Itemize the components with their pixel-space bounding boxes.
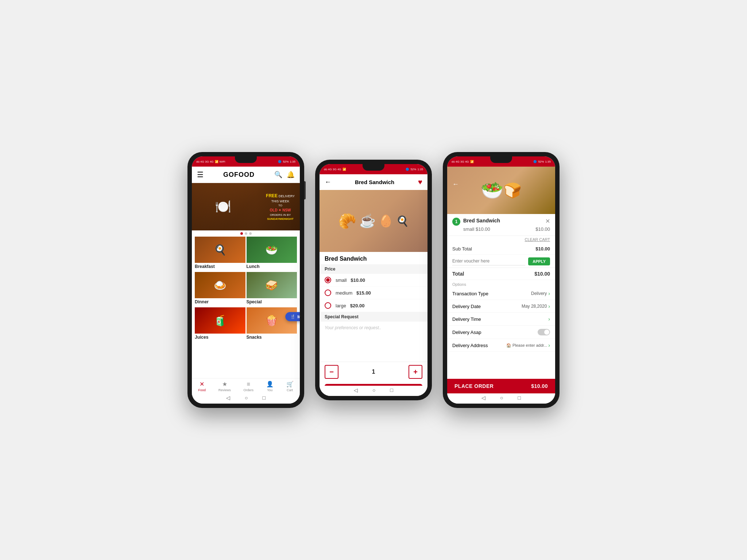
- quantity-bar: − 1 +: [320, 362, 427, 382]
- dot-3[interactable]: [249, 232, 252, 235]
- food-nav-label: Food: [198, 388, 206, 392]
- search-icon[interactable]: 🔍: [274, 171, 282, 179]
- signal-bars-1: 📶: [215, 160, 218, 163]
- delivery-asap-row: Delivery Asap: [447, 326, 555, 339]
- category-breakfast[interactable]: 🍳 Breakfast: [195, 237, 245, 271]
- place-order-button[interactable]: PLACE ORDER $10.00: [447, 379, 555, 393]
- product-header-title: Bred Sandwich: [355, 179, 394, 185]
- banner-dots: [192, 230, 300, 237]
- radio-small[interactable]: [325, 277, 331, 283]
- banner-line2: THIS WEEK: [266, 199, 295, 203]
- delivery-date-val: May 28,2020: [522, 304, 547, 309]
- android-nav-1: ◁ ○ □: [192, 393, 300, 404]
- apply-voucher-button[interactable]: APPLY: [528, 257, 550, 265]
- reviews-nav-icon: ★: [222, 381, 227, 388]
- promo-banner: 🍽️ FREE DELIVERY THIS WEEK TO OLD ✦ NSW …: [192, 183, 300, 230]
- nav-food[interactable]: ✕ Food: [198, 381, 206, 392]
- recent-btn-2[interactable]: □: [390, 387, 393, 393]
- hero-emoji-2: ☕: [359, 213, 376, 229]
- clear-cart-button[interactable]: CLEAR CART: [525, 237, 550, 242]
- category-grid: 🍳 Breakfast 🥗 Lunch 🍛 Dinner 🥪 Special 🧃: [192, 237, 300, 342]
- increase-quantity-button[interactable]: +: [409, 365, 422, 379]
- voucher-input[interactable]: [452, 257, 525, 265]
- banner-free: FREE: [266, 193, 278, 198]
- battery-2: 52%: [410, 168, 416, 171]
- delivery-date-chevron: ›: [548, 303, 550, 309]
- cart-item-name: Bred Sandwich: [463, 218, 542, 223]
- wifi-2: 📶: [342, 168, 346, 171]
- decrease-quantity-button[interactable]: −: [325, 365, 338, 379]
- cart-nav-icon: 🛒: [286, 381, 294, 388]
- dot-1[interactable]: [240, 232, 243, 235]
- cart-nav-label: Cart: [287, 388, 293, 392]
- recent-btn-1[interactable]: □: [263, 395, 266, 401]
- category-lunch[interactable]: 🥗 Lunch: [247, 237, 297, 271]
- size-large-row[interactable]: large $20.00: [320, 299, 427, 312]
- hamburger-icon[interactable]: ☰: [197, 170, 204, 179]
- radio-medium[interactable]: [325, 289, 331, 296]
- dot-2[interactable]: [245, 232, 247, 235]
- back-btn-2[interactable]: ◁: [354, 387, 358, 393]
- radio-large[interactable]: [325, 302, 331, 309]
- nav-cart[interactable]: 🛒 Cart: [286, 381, 294, 392]
- special-request-input[interactable]: Your preferences or request..: [320, 322, 427, 343]
- bottom-nav-1: ✕ Food ★ Reviews ≡ Orders 👤 You 🛒 Cart: [192, 378, 300, 393]
- delivery-asap-toggle[interactable]: [538, 329, 550, 335]
- reviews-nav-label: Reviews: [218, 388, 231, 392]
- medium-label: medium $15.00: [336, 290, 371, 296]
- juices-image: 🧃: [195, 307, 245, 334]
- you-nav-icon: 👤: [266, 381, 274, 388]
- phone-2-content: ← Bred Sandwich ♥ 🥐 ☕ 🥚 🍳 Bred Sandwich …: [320, 174, 427, 386]
- home-btn-2[interactable]: ○: [372, 387, 375, 393]
- delivery-address-row[interactable]: Delivery Address 🏠 Please enter addr... …: [447, 339, 555, 352]
- app-logo: GOFOOD: [223, 171, 255, 179]
- breakfast-image: 🍳: [195, 237, 245, 263]
- cart-back-button[interactable]: ←: [452, 180, 459, 188]
- transaction-type-row[interactable]: Transaction Type Delivery ›: [447, 287, 555, 300]
- hero-emoji-1: 🥐: [338, 213, 356, 230]
- home-icon: 🏠: [506, 343, 511, 348]
- heart-icon[interactable]: ♥: [418, 178, 422, 186]
- bell-icon[interactable]: 🔔: [287, 171, 295, 179]
- back-btn-3[interactable]: ◁: [481, 395, 485, 401]
- snacks-label: Snacks: [247, 334, 297, 342]
- delivery-time-row[interactable]: Delivery Time ›: [447, 313, 555, 326]
- wifi-3: 📶: [470, 160, 474, 163]
- subtotal-row: Sub Total $10.00: [447, 243, 555, 255]
- battery-1: 52%: [283, 160, 289, 163]
- delivery-address-chevron: ›: [548, 342, 550, 348]
- nav-orders[interactable]: ≡ Orders: [243, 381, 253, 392]
- phone-volume-button: [304, 181, 306, 199]
- bluetooth-3: 🔵: [533, 160, 537, 163]
- large-label: large $20.00: [336, 303, 365, 308]
- transaction-type-label: Transaction Type: [452, 291, 488, 296]
- bluetooth-2: 🔵: [406, 168, 409, 171]
- home-btn-3[interactable]: ○: [500, 395, 503, 401]
- category-juices[interactable]: 🧃 Juices: [195, 307, 245, 342]
- category-dinner[interactable]: 🍛 Dinner: [195, 272, 245, 306]
- quantity-display: 1: [338, 369, 409, 375]
- breakfast-label: Breakfast: [195, 263, 245, 271]
- nav-you[interactable]: 👤 You: [266, 381, 274, 392]
- menu-fab-button[interactable]: 🍴 MENU: [285, 312, 300, 321]
- banner-line4: ORDERS IN BY: [266, 213, 295, 217]
- special-request-placeholder: Your preferences or request..: [325, 325, 381, 330]
- back-icon-2[interactable]: ←: [325, 178, 331, 186]
- size-small-row[interactable]: small $10.00: [320, 274, 427, 287]
- cart-item-size: small $10.00: [463, 226, 490, 232]
- home-btn-1[interactable]: ○: [245, 395, 248, 401]
- place-order-label: PLACE ORDER: [454, 383, 494, 389]
- recent-btn-3[interactable]: □: [518, 395, 521, 401]
- options-section-label: Options: [447, 280, 555, 287]
- time-1: 1:35: [290, 160, 295, 163]
- delivery-date-row[interactable]: Delivery Date May 28,2020 ›: [447, 300, 555, 313]
- nav-reviews[interactable]: ★ Reviews: [218, 381, 231, 392]
- orders-nav-icon: ≡: [247, 381, 250, 388]
- back-btn-1[interactable]: ◁: [226, 395, 230, 401]
- cart-item: 1 Bred Sandwich ✕ small $10.00 $10.00: [447, 214, 555, 236]
- category-special[interactable]: 🥪 Special: [247, 272, 297, 306]
- size-medium-row[interactable]: medium $15.00: [320, 287, 427, 299]
- cart-item-close[interactable]: ✕: [545, 218, 550, 225]
- cart-hero-emoji: 🥗: [481, 180, 503, 201]
- phone-1: dū 4G 3G 4G 📶 WiFi 🔵 52% 1:35 ☰ GOFOOD 🔍…: [187, 152, 304, 408]
